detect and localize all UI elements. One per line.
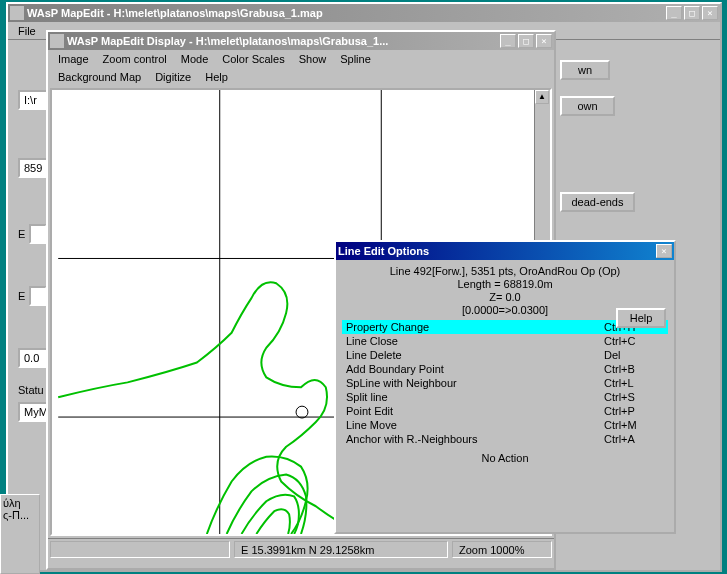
menu-item-shortcut: Ctrl+P (604, 405, 664, 417)
menu-spline[interactable]: Spline (334, 51, 377, 67)
status-coord: E 15.3991km N 29.1258km (234, 541, 448, 558)
val0-field[interactable]: 0.0 (18, 348, 48, 368)
right-btn-1[interactable]: wn (560, 60, 610, 80)
status-label: Statu (18, 384, 44, 396)
path-field[interactable]: I:\r (18, 90, 48, 110)
taskbar-fragment[interactable]: ύλη ς-Π... (0, 494, 40, 574)
dialog-info-z: Z= 0.0 (342, 291, 668, 303)
display-titlebar[interactable]: WAsP MapEdit Display - H:\melet\platanos… (48, 32, 554, 50)
label-e2: E (18, 290, 25, 302)
menu-item-label: Add Boundary Point (346, 363, 604, 375)
dialog-menu-list: Property ChangeCtrl+HLine CloseCtrl+CLin… (342, 320, 668, 446)
display-statusbar: E 15.3991km N 29.1258km Zoom 1000% (48, 538, 554, 560)
menu-file[interactable]: File (12, 23, 42, 39)
svg-point-4 (296, 406, 308, 418)
menu-background-map[interactable]: Background Map (52, 69, 147, 85)
dialog-titlebar[interactable]: Line Edit Options × (336, 242, 674, 260)
menu-help[interactable]: Help (199, 69, 234, 85)
menu-item-shortcut: Ctrl+M (604, 419, 664, 431)
dialog-title: Line Edit Options (338, 245, 654, 257)
menu-item-label: Line Delete (346, 349, 604, 361)
menu-item-label: SpLine with Neighbour (346, 377, 604, 389)
deadends-button[interactable]: dead-ends (560, 192, 635, 212)
maximize-button[interactable]: □ (684, 6, 700, 20)
maximize-button[interactable]: □ (518, 34, 534, 48)
e2-field[interactable] (29, 286, 47, 306)
right-btn-2[interactable]: own (560, 96, 615, 116)
dialog-menu-item[interactable]: Add Boundary PointCtrl+B (342, 362, 668, 376)
app-icon (10, 6, 24, 20)
close-button[interactable]: × (656, 244, 672, 258)
menu-show[interactable]: Show (293, 51, 333, 67)
dialog-menu-item[interactable]: SpLine with NeighbourCtrl+L (342, 376, 668, 390)
menu-mode[interactable]: Mode (175, 51, 215, 67)
display-menubar-row1: Image Zoom control Mode Color Scales Sho… (48, 50, 554, 68)
menu-item-label: Anchor with R.-Neighbours (346, 433, 604, 445)
dialog-menu-item[interactable]: Line DeleteDel (342, 348, 668, 362)
main-title: WAsP MapEdit - H:\melet\platanos\maps\Gr… (27, 7, 664, 19)
dialog-info-length: Length = 68819.0m (342, 278, 668, 290)
dialog-menu-item[interactable]: Point EditCtrl+P (342, 404, 668, 418)
line-edit-dialog: Line Edit Options × Line 492[Forw.], 535… (334, 240, 676, 534)
menu-item-shortcut: Ctrl+S (604, 391, 664, 403)
close-button[interactable]: × (702, 6, 718, 20)
menu-item-label: Property Change (346, 321, 604, 333)
scroll-up-button[interactable]: ▲ (535, 90, 549, 104)
menu-item-label: Point Edit (346, 405, 604, 417)
menu-color-scales[interactable]: Color Scales (216, 51, 290, 67)
taskbar-text: ύλη ς-Π... (3, 497, 29, 521)
menu-item-shortcut: Ctrl+B (604, 363, 664, 375)
minimize-button[interactable]: _ (500, 34, 516, 48)
menu-image[interactable]: Image (52, 51, 95, 67)
status-zoom: Zoom 1000% (452, 541, 552, 558)
dialog-menu-item[interactable]: Line CloseCtrl+C (342, 334, 668, 348)
menu-item-label: Split line (346, 391, 604, 403)
app-icon (50, 34, 64, 48)
dialog-info-line: Line 492[Forw.], 5351 pts, OroAndRou Op … (342, 265, 668, 277)
menu-item-shortcut: Ctrl+C (604, 335, 664, 347)
menu-item-label: Line Move (346, 419, 604, 431)
menu-item-shortcut: Del (604, 349, 664, 361)
menu-zoom-control[interactable]: Zoom control (97, 51, 173, 67)
dialog-menu-item[interactable]: Anchor with R.-NeighboursCtrl+A (342, 432, 668, 446)
display-title: WAsP MapEdit Display - H:\melet\platanos… (67, 35, 498, 47)
dialog-menu-item[interactable]: Line MoveCtrl+M (342, 418, 668, 432)
help-button[interactable]: Help (616, 308, 666, 328)
dialog-menu-item[interactable]: Split lineCtrl+S (342, 390, 668, 404)
main-titlebar[interactable]: WAsP MapEdit - H:\melet\platanos\maps\Gr… (8, 4, 720, 22)
menu-digitize[interactable]: Digitize (149, 69, 197, 85)
menu-item-label: Line Close (346, 335, 604, 347)
close-button[interactable]: × (536, 34, 552, 48)
menu-item-shortcut: Ctrl+L (604, 377, 664, 389)
label-e1: E (18, 228, 25, 240)
dialog-body: Line 492[Forw.], 5351 pts, OroAndRou Op … (336, 260, 674, 468)
menu-item-shortcut: Ctrl+A (604, 433, 664, 445)
status-blank (50, 541, 230, 558)
display-menubar-row2: Background Map Digitize Help (48, 68, 554, 86)
e1-field[interactable] (29, 224, 47, 244)
no-action-item[interactable]: No Action (342, 452, 668, 464)
minimize-button[interactable]: _ (666, 6, 682, 20)
